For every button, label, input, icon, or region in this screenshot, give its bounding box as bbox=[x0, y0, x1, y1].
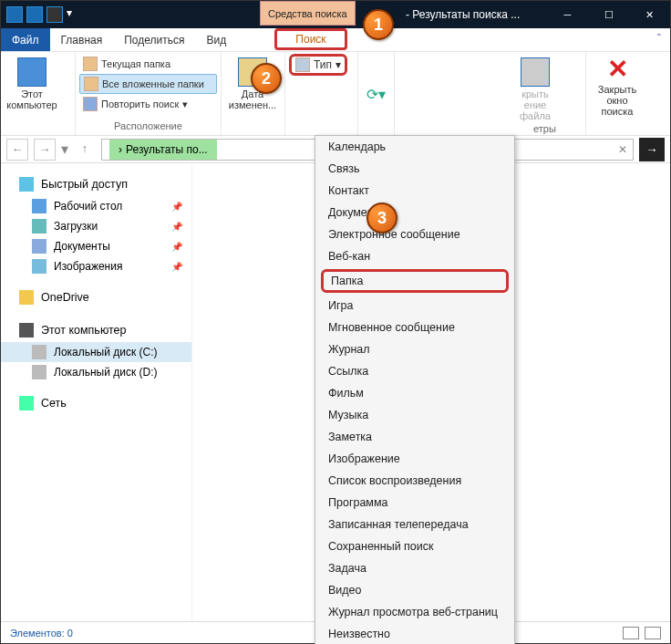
desktop-icon bbox=[32, 199, 46, 213]
qat-btn-1[interactable] bbox=[26, 6, 43, 23]
close-search-button[interactable]: ✕ Закрыть окно поиска bbox=[590, 54, 645, 117]
drive-d[interactable]: Локальный диск (D:) bbox=[1, 362, 191, 382]
type-option-записанная телепередача[interactable]: Записанная телепередача bbox=[315, 514, 514, 535]
callout-3: 3 bbox=[366, 203, 397, 234]
ribbon-collapse[interactable]: ˆ bbox=[657, 32, 661, 46]
qat-btn-2[interactable] bbox=[46, 6, 63, 23]
computer-icon bbox=[17, 57, 46, 87]
star-icon bbox=[19, 177, 34, 192]
type-option-игра[interactable]: Игра bbox=[315, 295, 514, 317]
pictures-icon bbox=[32, 259, 46, 274]
up-button[interactable]: ↑ bbox=[74, 139, 96, 161]
back-button[interactable]: ← bbox=[6, 139, 28, 161]
minimize-button[interactable]: ─ bbox=[547, 1, 588, 28]
pin-icon: 📌 bbox=[171, 262, 182, 272]
type-option-связь[interactable]: Связь bbox=[315, 158, 514, 180]
search-tab[interactable]: Поиск bbox=[274, 28, 347, 50]
folder-icon bbox=[83, 57, 98, 71]
downloads-icon bbox=[32, 219, 46, 234]
documents-icon bbox=[32, 239, 46, 254]
type-option-журнал просмотра веб-страниц[interactable]: Журнал просмотра веб-страниц bbox=[315, 601, 514, 623]
type-option-фильм[interactable]: Фильм bbox=[315, 382, 514, 404]
type-filter-button[interactable]: Тип▾ bbox=[289, 54, 347, 76]
drive-icon bbox=[32, 345, 46, 359]
drive-icon bbox=[32, 365, 46, 379]
location-group-label: Расположение bbox=[79, 119, 217, 135]
menu-bar: Файл Главная Поделиться Вид Поиск ˆ bbox=[1, 28, 670, 52]
quick-access-toolbar: ▾ bbox=[1, 6, 79, 23]
breadcrumb-segment[interactable]: › Результаты по... bbox=[109, 140, 217, 160]
view-large-button[interactable] bbox=[645, 627, 661, 639]
callout-1: 1 bbox=[363, 9, 394, 40]
type-option-сохраненный поиск[interactable]: Сохраненный поиск bbox=[315, 535, 514, 557]
view-details-button[interactable] bbox=[623, 627, 639, 639]
type-option-журнал[interactable]: Журнал bbox=[315, 338, 514, 360]
quick-access[interactable]: Быстрый доступ bbox=[1, 172, 191, 196]
onedrive[interactable]: OneDrive bbox=[1, 286, 191, 309]
type-filter-dropdown: КалендарьСвязьКонтактДокументЭлектронное… bbox=[315, 135, 515, 644]
close-x-icon: ✕ bbox=[590, 54, 645, 84]
folder-icon bbox=[84, 77, 98, 91]
view-tab[interactable]: Вид bbox=[195, 28, 237, 51]
type-option-задача[interactable]: Задача bbox=[315, 557, 514, 579]
home-tab[interactable]: Главная bbox=[50, 28, 114, 51]
status-text: Элементов: 0 bbox=[10, 628, 73, 639]
pin-icon: 📌 bbox=[171, 242, 182, 252]
open-file-location-button[interactable]: крыть ение файла bbox=[508, 54, 563, 121]
ribbon: Этот компьютер Текущая папка Все вложенн… bbox=[1, 52, 670, 136]
qat-dropdown[interactable]: ▾ bbox=[67, 6, 74, 23]
onedrive-icon bbox=[19, 290, 34, 305]
repeat-search-option[interactable]: Повторить поиск▾ bbox=[79, 94, 217, 114]
type-option-папка[interactable]: Папка bbox=[321, 269, 509, 293]
history-dropdown[interactable]: ▾ bbox=[61, 140, 68, 158]
folder-open-icon bbox=[521, 57, 550, 87]
pin-icon: 📌 bbox=[171, 202, 182, 212]
network-icon bbox=[19, 396, 34, 410]
pictures[interactable]: Изображения📌 bbox=[1, 256, 191, 276]
pc-icon bbox=[19, 323, 34, 338]
type-option-список воспроизведения[interactable]: Список воспроизведения bbox=[315, 470, 514, 492]
type-option-изображение[interactable]: Изображение bbox=[315, 448, 514, 470]
search-icon bbox=[83, 97, 98, 111]
type-option-документ[interactable]: Документ bbox=[315, 202, 514, 223]
close-button[interactable]: ✕ bbox=[629, 1, 670, 28]
type-option-музыка[interactable]: Музыка bbox=[315, 404, 514, 426]
type-option-контакт[interactable]: Контакт bbox=[315, 180, 514, 202]
title-bar: ▾ Средства поиска - Результаты поиска ..… bbox=[1, 1, 670, 28]
maximize-button[interactable]: ☐ bbox=[588, 1, 629, 28]
this-computer-button[interactable]: Этот компьютер bbox=[5, 54, 59, 110]
type-option-мгновенное сообщение[interactable]: Мгновенное сообщение bbox=[315, 317, 514, 338]
refresh-icon[interactable]: ⟳▾ bbox=[366, 86, 386, 103]
current-folder-option[interactable]: Текущая папка bbox=[79, 54, 217, 74]
this-pc[interactable]: Этот компьютер bbox=[1, 318, 191, 342]
downloads[interactable]: Загрузки📌 bbox=[1, 216, 191, 236]
share-tab[interactable]: Поделиться bbox=[113, 28, 195, 51]
drive-c[interactable]: Локальный диск (C:) bbox=[1, 342, 191, 362]
window-title: - Результаты поиска ... bbox=[406, 8, 520, 21]
callout-2: 2 bbox=[251, 63, 282, 94]
explorer-icon bbox=[6, 6, 23, 23]
type-option-неизвестно[interactable]: Неизвестно bbox=[315, 623, 514, 644]
document-icon bbox=[295, 57, 310, 72]
network[interactable]: Сеть bbox=[1, 391, 191, 415]
navigation-pane: Быстрый доступ Рабочий стол📌 Загрузки📌 Д… bbox=[1, 163, 192, 621]
type-option-видео[interactable]: Видео bbox=[315, 579, 514, 601]
type-option-электронное сообщение[interactable]: Электронное сообщение bbox=[315, 223, 514, 245]
type-option-ссылка[interactable]: Ссылка bbox=[315, 360, 514, 382]
file-menu[interactable]: Файл bbox=[1, 28, 50, 51]
forward-button[interactable]: → bbox=[34, 139, 56, 161]
pin-icon: 📌 bbox=[171, 222, 182, 232]
all-subfolders-option[interactable]: Все вложенные папки bbox=[79, 74, 217, 94]
type-option-заметка[interactable]: Заметка bbox=[315, 426, 514, 448]
documents[interactable]: Документы📌 bbox=[1, 236, 191, 256]
type-option-веб-кан[interactable]: Веб-кан bbox=[315, 245, 514, 267]
desktop[interactable]: Рабочий стол📌 bbox=[1, 196, 191, 216]
type-option-программа[interactable]: Программа bbox=[315, 492, 514, 514]
type-option-календарь[interactable]: Календарь bbox=[315, 136, 514, 158]
search-go-button[interactable]: → bbox=[639, 138, 665, 161]
search-tools-contextual-tab: Средства поиска bbox=[260, 1, 356, 26]
